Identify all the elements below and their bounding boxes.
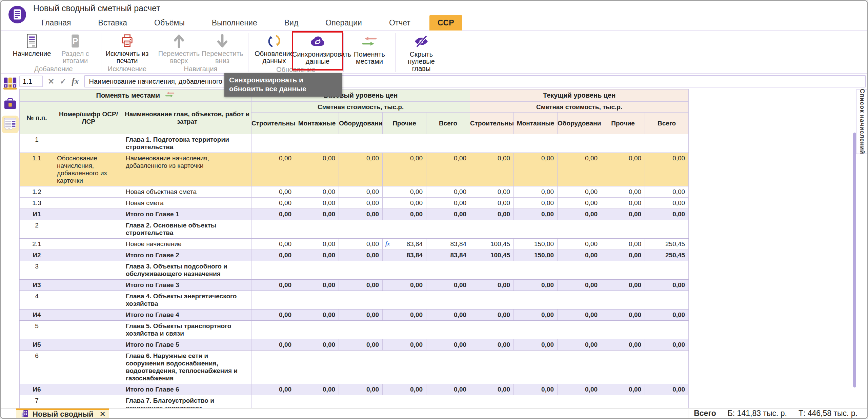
cell-num[interactable]: И4 [20,310,54,321]
cell-val[interactable]: 0,00 [470,186,514,198]
sidebar-item-spreadsheet[interactable] [2,116,19,133]
cell-val[interactable]: 0,00 [251,209,295,220]
cell-val[interactable]: 0,00 [251,250,295,261]
ribbon-button-swap-arrows[interactable]: Поменять местами [348,32,391,65]
cell-merged[interactable] [251,134,470,153]
cell-num[interactable]: 5 [20,321,54,339]
cell-val[interactable]: 0,00 [383,153,426,186]
cell-val[interactable]: 0,00 [426,384,470,395]
cell-val[interactable]: 0,00 [558,384,601,395]
cell-val[interactable]: 0,00 [295,239,339,250]
cell-val[interactable]: 150,00 [514,250,558,261]
cell-code[interactable] [54,310,123,321]
cell-val[interactable]: 0,00 [295,310,339,321]
cell-val[interactable]: 0,00 [295,153,339,186]
ribbon-button-printer[interactable]: Исключить из печати [105,32,149,64]
cell-val[interactable]: 0,00 [514,186,558,198]
cell-val[interactable]: 0,00 [645,339,689,351]
cell-val[interactable]: 0,00 [251,153,295,186]
cell-val[interactable]: 0,00 [470,339,514,351]
cell-num[interactable]: И2 [20,250,54,261]
cell-val[interactable]: 0,00 [645,153,689,186]
cell-merged[interactable] [251,261,470,280]
ribbon-button-p-section[interactable]: PРаздел с итогами [54,32,97,64]
cell-name[interactable]: Итого по Главе 1 [123,209,251,220]
cell-merged[interactable] [251,291,470,310]
cell-val[interactable]: 0,00 [339,198,383,209]
cell-val[interactable]: 0,00 [514,310,558,321]
menu-tab[interactable]: Выполнение [204,15,265,31]
cell-merged[interactable] [251,220,470,239]
cell-val[interactable]: 0,00 [339,239,383,250]
ribbon-button-document-lines[interactable]: Начисление [10,32,54,57]
cell-val[interactable]: 0,00 [426,310,470,321]
cell-val[interactable]: 0,00 [251,186,295,198]
cell-merged[interactable] [251,395,470,408]
cell-val[interactable]: 0,00 [558,310,601,321]
cell-code[interactable] [54,209,123,220]
cell-code[interactable] [54,198,123,209]
ribbon-button-arrow-up[interactable]: Переместить вверх [157,32,201,64]
cell-code[interactable] [54,280,123,291]
menu-tab[interactable]: Операции [317,15,370,31]
cell-val[interactable]: 0,00 [601,186,645,198]
cell-val[interactable]: 100,45 [470,239,514,250]
cell-val[interactable]: 0,00 [558,280,601,291]
cell-name[interactable]: Глава 1. Подготовка территории строитель… [123,134,251,153]
cell-val[interactable]: 0,00 [339,384,383,395]
cell-code[interactable] [54,186,123,198]
cell-name[interactable]: Глава 3. Объекты подсобного и обслуживаю… [123,261,251,280]
cell-reference-input[interactable] [19,76,43,87]
menu-tab[interactable]: Вставка [90,15,136,31]
cell-name[interactable]: Новое начисление [123,239,251,250]
cell-val[interactable]: 0,00 [251,310,295,321]
menu-tab[interactable]: ССР [429,15,462,31]
cell-val[interactable]: 0,00 [295,384,339,395]
menu-tab[interactable]: Вид [276,15,307,31]
cell-code[interactable] [54,291,123,310]
cell-val[interactable]: 83,84 [383,250,426,261]
cell-name[interactable]: Новая смета [123,198,251,209]
cell-val[interactable]: 100,45 [470,250,514,261]
cell-num[interactable]: 2.1 [20,239,54,250]
cell-val[interactable]: 0,00 [601,198,645,209]
cell-code[interactable]: Обоснование начисления, добавленного из … [54,153,123,186]
cell-name[interactable]: Итого по Главе 4 [123,310,251,321]
menu-tab[interactable]: Отчет [381,15,419,31]
cell-val[interactable]: 83,84fx [383,239,426,250]
cell-val[interactable]: 0,00 [295,280,339,291]
cell-val[interactable]: 0,00 [645,186,689,198]
cell-merged[interactable] [470,395,689,408]
cell-code[interactable] [54,351,123,384]
cell-val[interactable]: 0,00 [251,198,295,209]
cell-val[interactable]: 0,00 [514,153,558,186]
cell-val[interactable]: 0,00 [383,186,426,198]
cell-val[interactable]: 0,00 [514,384,558,395]
cell-name[interactable]: Итого по Главе 5 [123,339,251,351]
cell-num[interactable]: 1.2 [20,186,54,198]
cell-val[interactable]: 0,00 [339,310,383,321]
cell-name[interactable]: Итого по Главе 6 [123,384,251,395]
cell-val[interactable]: 0,00 [426,280,470,291]
cell-val[interactable]: 0,00 [470,209,514,220]
cell-num[interactable]: 2 [20,220,54,239]
cell-val[interactable]: 0,00 [295,209,339,220]
cell-num[interactable]: 1.1 [20,153,54,186]
cell-val[interactable]: 0,00 [295,250,339,261]
cell-val[interactable]: 0,00 [514,339,558,351]
cell-val[interactable]: 0,00 [601,209,645,220]
cell-val[interactable]: 0,00 [470,153,514,186]
cell-val[interactable]: 0,00 [645,209,689,220]
cell-val[interactable]: 0,00 [514,280,558,291]
cell-val[interactable]: 0,00 [426,153,470,186]
cell-merged[interactable] [470,134,689,153]
cell-val[interactable]: 0,00 [645,310,689,321]
cell-val[interactable]: 0,00 [470,384,514,395]
cell-name[interactable]: Глава 2. Основные объекты строительства [123,220,251,239]
cell-name[interactable]: Глава 5. Объекты транспортного хозяйства… [123,321,251,339]
cancel-icon[interactable]: ✕ [48,77,54,86]
cell-val[interactable]: 0,00 [383,209,426,220]
cell-num[interactable]: 1.3 [20,198,54,209]
cell-val[interactable]: 0,00 [339,339,383,351]
sidebar-item-briefcase[interactable] [2,96,19,113]
